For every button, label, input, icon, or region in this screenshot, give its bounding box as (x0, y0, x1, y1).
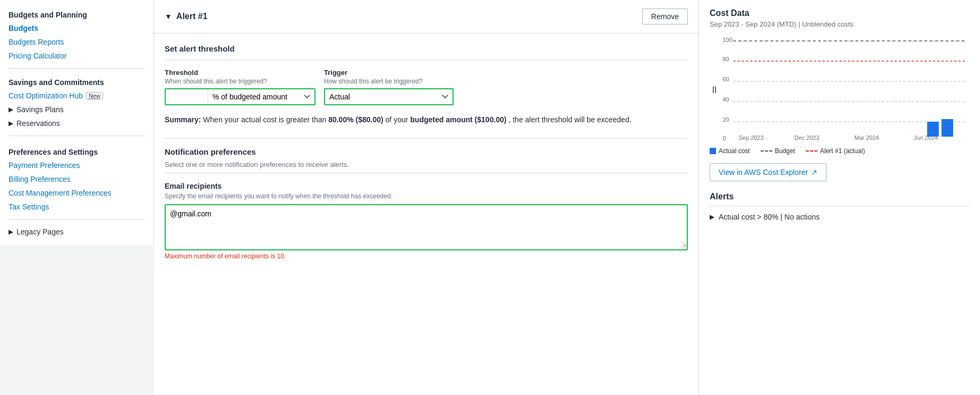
threshold-type-select[interactable]: % of budgeted amount (208, 89, 314, 104)
triangle-down-icon: ▼ (165, 12, 172, 21)
legend-budget-line (761, 150, 772, 152)
trigger-select[interactable]: Actual (325, 89, 453, 104)
view-cost-explorer-label: View in AWS Cost Explorer (719, 168, 808, 177)
sidebar-item-savings-plans[interactable]: ▶ Savings Plans (0, 103, 154, 116)
legend-actual-label: Actual cost (719, 147, 750, 155)
chevron-right-icon: ▶ (8, 228, 13, 236)
alert-header: ▼ Alert #1 Remove (154, 0, 698, 33)
sidebar-item-tax-settings[interactable]: Tax Settings (0, 200, 154, 214)
legend-alert-label: Alert #1 (actual) (820, 147, 865, 155)
cost-chart: 0 20 40 60 80 100 Sep 2023 Dec 2023 Mar … (710, 37, 969, 143)
svg-text:Mar 2024: Mar 2024 (855, 135, 879, 141)
sidebar-item-cost-management-preferences[interactable]: Cost Management Preferences (0, 186, 154, 200)
chart-area: ⏸ 0 20 40 60 80 100 Sep 2023 Dec 2023 Ma… (710, 37, 969, 143)
threshold-value-input[interactable]: 80 (166, 89, 208, 104)
threshold-trigger-row: Threshold When should this alert be trig… (165, 69, 688, 105)
sidebar-item-pricing-calculator[interactable]: Pricing Calculator (0, 49, 154, 63)
alert-title: ▼ Alert #1 (165, 12, 208, 21)
email-recipients-label: Email recipients (165, 182, 688, 190)
notification-sub-text: Select one or more notification preferen… (165, 161, 688, 169)
sidebar-item-budgets[interactable]: Budgets (0, 21, 154, 35)
view-cost-explorer-button[interactable]: View in AWS Cost Explorer ↗ (710, 163, 826, 181)
main-content: ▼ Alert #1 Remove Set alert threshold Th… (154, 0, 698, 395)
chevron-right-icon: ▶ (710, 213, 714, 221)
trigger-select-wrap: Actual (324, 88, 454, 105)
chevron-right-icon: ▶ (8, 106, 13, 113)
bar-actual-1 (927, 122, 939, 137)
alert-item-label: Actual cost > 80% | No actions (719, 213, 820, 221)
svg-text:40: 40 (723, 96, 729, 103)
svg-text:60: 60 (723, 76, 729, 82)
section-title-savings-commitments: Savings and Commitments (0, 74, 154, 89)
email-max-note: Maximum number of email recipients is 10… (165, 253, 688, 260)
trigger-sub-label: How should this alert be triggered? (324, 78, 454, 85)
right-panel-subtitle: Sep 2023 - Sep 2024 (MTD) | Unblended co… (710, 20, 969, 28)
sidebar-item-payment-preferences[interactable]: Payment Preferences (0, 158, 154, 172)
section-title-preferences: Preferences and Settings (0, 141, 154, 158)
bar-actual-2 (942, 119, 953, 137)
email-textarea-wrap: @gmail.com (165, 204, 688, 250)
external-link-icon: ↗ (811, 168, 817, 177)
right-panel: Cost Data Sep 2023 - Sep 2024 (MTD) | Un… (698, 0, 980, 395)
sidebar-item-billing-preferences[interactable]: Billing Preferences (0, 172, 154, 186)
sidebar-item-budgets-reports[interactable]: Budgets Reports (0, 35, 154, 49)
new-badge: New (86, 92, 103, 99)
chevron-right-icon: ▶ (8, 120, 13, 127)
legend-actual-color (710, 148, 716, 154)
right-panel-title: Cost Data (710, 9, 969, 18)
email-recipients-sub: Specify the email recipients you want to… (165, 192, 688, 200)
chart-legend: Actual cost Budget Alert #1 (actual) (710, 147, 969, 155)
threshold-label: Threshold (165, 69, 316, 77)
set-alert-threshold-label: Set alert threshold (165, 44, 688, 53)
svg-text:0: 0 (723, 135, 726, 141)
svg-text:80: 80 (723, 56, 729, 62)
alert-list-item[interactable]: ▶ Actual cost > 80% | No actions (710, 213, 969, 221)
legend-actual-cost: Actual cost (710, 147, 750, 155)
svg-text:Sep 2023: Sep 2023 (739, 135, 764, 141)
sidebar-item-cost-optimization-hub[interactable]: Cost Optimization Hub (8, 91, 83, 100)
email-recipients-input[interactable]: @gmail.com (166, 205, 687, 248)
sidebar-item-legacy-pages[interactable]: ▶ Legacy Pages (0, 225, 154, 239)
reservations-label: Reservations (16, 119, 60, 128)
section-title-budgets-planning: Budgets and Planning (0, 6, 154, 21)
sidebar-item-reservations[interactable]: ▶ Reservations (0, 116, 154, 130)
svg-text:Dec 2023: Dec 2023 (795, 135, 820, 141)
legend-alert-actual: Alert #1 (actual) (806, 147, 865, 155)
svg-text:20: 20 (723, 116, 729, 123)
alerts-section-title: Alerts (710, 192, 969, 201)
summary-text: Summary: When your actual cost is greate… (165, 114, 688, 125)
remove-button[interactable]: Remove (642, 9, 688, 24)
savings-plans-label: Savings Plans (16, 105, 64, 114)
legend-budget-label: Budget (775, 147, 795, 155)
pause-icon[interactable]: ⏸ (710, 85, 719, 96)
legend-budget: Budget (761, 147, 795, 155)
trigger-label: Trigger (324, 69, 454, 77)
notification-prefs-label: Notification preferences (165, 147, 688, 156)
svg-text:100: 100 (723, 37, 732, 43)
legend-alert-line (806, 150, 817, 152)
threshold-input-group: 80 % of budgeted amount (165, 88, 316, 105)
threshold-sub-label: When should this alert be triggered? (165, 78, 316, 85)
legacy-pages-label: Legacy Pages (16, 228, 64, 236)
